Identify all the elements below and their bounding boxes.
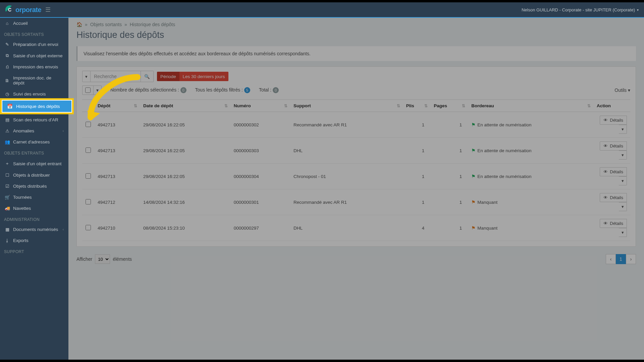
sidebar-item-objets-distribues[interactable]: ☑Objets distribués	[0, 181, 68, 192]
page-next-button[interactable]: ›	[626, 254, 636, 264]
page-current[interactable]: 1	[616, 254, 626, 264]
plus-icon: ＋	[5, 161, 10, 167]
page-description: Visualisez l'ensemble des dépôts effectu…	[76, 46, 636, 61]
details-button[interactable]: 👁Détails	[600, 141, 627, 150]
sidebar-item-label: Exports	[13, 238, 29, 243]
row-checkbox[interactable]	[86, 199, 91, 204]
user-context-menu[interactable]: Nelson GUILLARD - Corporate - site JUPIT…	[522, 7, 639, 12]
selected-count-badge: 0	[180, 87, 186, 93]
cell-pages: 1	[430, 112, 468, 138]
sidebar-section-admin: ADMINISTRATION	[0, 214, 68, 224]
sidebar-item-impression-envois[interactable]: ⎙Impression des envois	[0, 61, 68, 72]
eye-icon: 👁	[603, 195, 608, 200]
row-checkbox[interactable]	[86, 173, 91, 179]
flag-icon: ⚑	[471, 148, 475, 151]
sidebar-item-navettes[interactable]: 🚚Navettes	[0, 203, 68, 214]
sidebar-item-label: Saisie d'un objet entrant	[13, 161, 61, 166]
print-icon: ⎙	[5, 64, 10, 69]
breadcrumb-home[interactable]: 🏠	[76, 22, 82, 27]
cell-pages: 1	[430, 215, 468, 241]
sidebar-item-label: Saisie d'un objet externe	[13, 53, 62, 58]
brand-logo[interactable]: C orporate	[5, 5, 41, 14]
sidebar-item-tournees[interactable]: 🛒Tournées	[0, 192, 68, 203]
cart-icon: 🛒	[5, 195, 10, 200]
cell-plis: 1	[403, 138, 431, 164]
page-prev-button[interactable]: ‹	[606, 254, 616, 264]
period-badge[interactable]: Période Les 30 derniers jours	[157, 72, 228, 81]
select-all-caret[interactable]: ▾	[94, 86, 101, 95]
tutorial-highlight: 📅 Historique des dépôts	[0, 98, 74, 114]
sidebar-item-home[interactable]: ⌂Accueil	[0, 18, 68, 29]
download-icon: ⭳	[5, 238, 10, 243]
row-checkbox[interactable]	[86, 147, 91, 153]
details-menu-button[interactable]: ▾	[619, 228, 627, 237]
chevron-left-icon: ‹	[63, 129, 64, 133]
brand-logo-icon: C	[5, 5, 14, 14]
details-button[interactable]: 👁Détails	[600, 219, 627, 228]
sidebar-item-objets-distribuer[interactable]: ☐Objets à distribuer	[0, 170, 68, 181]
data-panel: ▾ 🔍 Période Les 30 derniers jours ▾	[76, 66, 636, 247]
cell-numero: 0000000303	[230, 138, 290, 164]
table-row: 494271329/08/2024 16:22:050000000302Reco…	[82, 112, 630, 138]
col-numero[interactable]: Numéro⇅	[230, 100, 290, 112]
tools-menu[interactable]: Outils ▾	[614, 87, 630, 93]
details-menu-button[interactable]: ▾	[619, 125, 627, 134]
filtered-count-badge: 5	[244, 87, 250, 93]
cell-bordereau: ⚑En attente de numérisation	[468, 164, 593, 189]
sidebar-section-sortants: OBJETS SORTANTS	[0, 29, 68, 39]
sidebar-item-anomalies[interactable]: ⚠Anomalies‹	[0, 125, 68, 136]
cell-plis: 1	[403, 189, 431, 215]
sidebar-item-docnum[interactable]: ▦Documents numérisés‹	[0, 224, 68, 235]
col-support[interactable]: Support⇅	[290, 100, 403, 112]
sidebar-item-historique[interactable]: 📅 Historique des dépôts	[2, 101, 71, 112]
details-button[interactable]: 👁Détails	[600, 116, 627, 125]
col-pages[interactable]: Pages⇅	[430, 100, 468, 112]
eye-icon: 👁	[603, 118, 608, 123]
col-bordereau[interactable]: Bordereau⇅	[468, 100, 593, 112]
flag-icon: ⚑	[471, 225, 475, 229]
flag-icon: ⚑	[471, 174, 475, 177]
details-button[interactable]: 👁Détails	[600, 167, 627, 176]
search-input[interactable]	[91, 71, 141, 82]
sidebar-item-saisie-entrant[interactable]: ＋Saisie d'un objet entrant	[0, 158, 68, 170]
sidebar-item-carnet[interactable]: 👥Carnet d'adresses	[0, 136, 68, 147]
cell-depot: 4942710	[94, 215, 140, 241]
details-menu-button[interactable]: ▾	[619, 176, 627, 185]
user-context-label: Nelson GUILLARD - Corporate - site JUPIT…	[522, 7, 635, 12]
page-length-select[interactable]: 10	[95, 254, 110, 264]
search-filter-button[interactable]: ▾	[82, 71, 91, 82]
breadcrumb-l1[interactable]: Objets sortants	[90, 22, 122, 27]
col-depot[interactable]: Dépôt⇅	[94, 100, 140, 112]
breadcrumb-l2: Historique des dépôts	[130, 22, 175, 27]
sidebar-item-saisie-externe[interactable]: ⧉Saisie d'un objet externe	[0, 50, 68, 61]
breadcrumb: 🏠 » Objets sortants » Historique des dép…	[68, 18, 644, 28]
sidebar-item-label: Objets à distribuer	[13, 173, 50, 178]
details-menu-button[interactable]: ▾	[619, 150, 627, 160]
col-date[interactable]: Date de dépôt⇅	[140, 100, 230, 112]
chevron-left-icon: ‹	[63, 228, 64, 231]
cell-support: DHL	[290, 215, 403, 241]
search-button[interactable]: 🔍	[141, 71, 154, 82]
brand-name: orporate	[15, 6, 41, 14]
table-footer: Afficher 10 éléments ‹ 1 ›	[76, 254, 636, 264]
sidebar-item-label: Scan des retours d'AR	[13, 117, 58, 122]
row-checkbox[interactable]	[86, 122, 91, 127]
cell-plis: 4	[403, 215, 431, 241]
cell-numero: 0000000297	[230, 215, 290, 241]
cell-date: 14/08/2024 14:32:16	[140, 189, 230, 215]
cell-support: Recommandé avec AR R1	[290, 112, 403, 138]
row-checkbox[interactable]	[86, 225, 91, 230]
sidebar-item-preparation[interactable]: ✎Préparation d'un envoi	[0, 39, 68, 50]
select-all-checkbox[interactable]	[85, 87, 91, 93]
period-label: Période	[157, 72, 179, 81]
sidebar-item-exports[interactable]: ⭳Exports	[0, 235, 68, 246]
details-button[interactable]: 👁Détails	[600, 193, 627, 202]
table-row: 494271214/08/2024 14:32:160000000301Reco…	[82, 189, 630, 215]
sidebar-item-impression-doc[interactable]: 🗎Impression doc. de dépôt	[0, 72, 68, 88]
sidebar-item-scan-ar[interactable]: ▤Scan des retours d'AR	[0, 114, 68, 125]
details-menu-button[interactable]: ▾	[619, 202, 627, 211]
eye-icon: 👁	[603, 169, 608, 174]
flag-icon: ⚑	[471, 122, 475, 125]
col-plis[interactable]: Plis⇅	[403, 100, 431, 112]
sidebar-toggle-icon[interactable]: ☰	[45, 6, 51, 13]
